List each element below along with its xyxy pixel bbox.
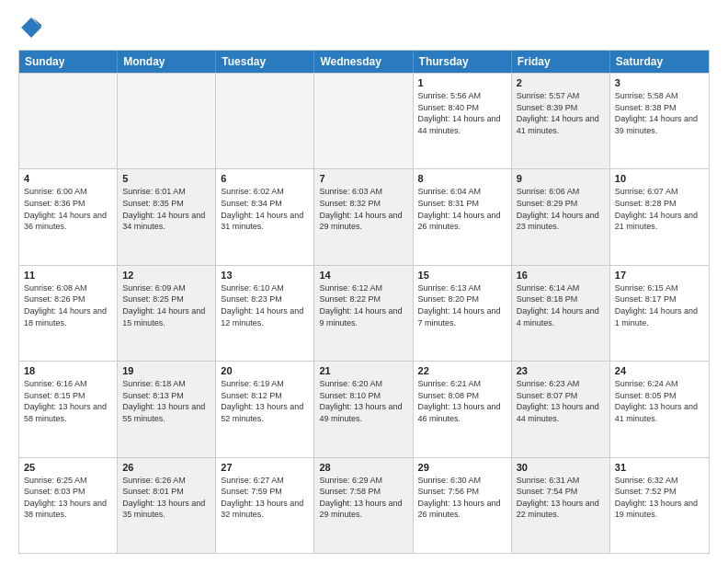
day-info: Sunrise: 6:18 AM Sunset: 8:13 PM Dayligh…	[122, 378, 210, 424]
day-info: Sunrise: 6:01 AM Sunset: 8:35 PM Dayligh…	[122, 186, 210, 232]
calendar-row-1: 4Sunrise: 6:00 AM Sunset: 8:36 PM Daylig…	[19, 168, 709, 264]
calendar-cell: 7Sunrise: 6:03 AM Sunset: 8:32 PM Daylig…	[314, 169, 413, 264]
calendar-cell: 12Sunrise: 6:09 AM Sunset: 8:25 PM Dayli…	[118, 266, 216, 361]
day-info: Sunrise: 6:04 AM Sunset: 8:31 PM Dayligh…	[418, 186, 506, 232]
day-info: Sunrise: 6:03 AM Sunset: 8:32 PM Dayligh…	[319, 186, 407, 232]
day-number: 4	[24, 173, 112, 184]
day-number: 8	[418, 173, 506, 184]
day-number: 21	[319, 365, 407, 376]
calendar-cell: 26Sunrise: 6:26 AM Sunset: 8:01 PM Dayli…	[118, 458, 216, 553]
day-info: Sunrise: 6:10 AM Sunset: 8:23 PM Dayligh…	[221, 282, 309, 328]
calendar-cell: 14Sunrise: 6:12 AM Sunset: 8:22 PM Dayli…	[314, 266, 413, 361]
header	[18, 15, 710, 40]
calendar-cell: 20Sunrise: 6:19 AM Sunset: 8:12 PM Dayli…	[216, 362, 314, 456]
calendar-cell: 4Sunrise: 6:00 AM Sunset: 8:36 PM Daylig…	[19, 169, 118, 264]
day-number: 19	[122, 365, 210, 376]
calendar-cell: 29Sunrise: 6:30 AM Sunset: 7:56 PM Dayli…	[414, 458, 512, 553]
calendar-cell: 5Sunrise: 6:01 AM Sunset: 8:35 PM Daylig…	[118, 169, 216, 264]
header-day-friday: Friday	[512, 51, 610, 73]
day-info: Sunrise: 6:27 AM Sunset: 7:59 PM Dayligh…	[221, 475, 309, 521]
calendar-header: SundayMondayTuesdayWednesdayThursdayFrid…	[19, 51, 709, 73]
day-info: Sunrise: 6:30 AM Sunset: 7:56 PM Dayligh…	[418, 475, 506, 521]
day-info: Sunrise: 6:20 AM Sunset: 8:10 PM Dayligh…	[319, 378, 407, 424]
day-info: Sunrise: 6:24 AM Sunset: 8:05 PM Dayligh…	[615, 378, 704, 424]
calendar-cell: 30Sunrise: 6:31 AM Sunset: 7:54 PM Dayli…	[512, 458, 610, 553]
svg-marker-0	[21, 17, 41, 38]
calendar-row-2: 11Sunrise: 6:08 AM Sunset: 8:26 PM Dayli…	[19, 265, 709, 361]
day-info: Sunrise: 6:26 AM Sunset: 8:01 PM Dayligh…	[122, 475, 210, 521]
day-info: Sunrise: 6:06 AM Sunset: 8:29 PM Dayligh…	[517, 186, 605, 232]
day-info: Sunrise: 6:31 AM Sunset: 7:54 PM Dayligh…	[517, 475, 605, 521]
day-number: 25	[24, 462, 112, 473]
day-info: Sunrise: 6:32 AM Sunset: 7:52 PM Dayligh…	[615, 475, 704, 521]
calendar-cell: 22Sunrise: 6:21 AM Sunset: 8:08 PM Dayli…	[414, 362, 512, 456]
calendar-cell: 9Sunrise: 6:06 AM Sunset: 8:29 PM Daylig…	[512, 169, 610, 264]
day-number: 12	[122, 270, 210, 281]
day-number: 28	[319, 462, 407, 473]
calendar-cell	[216, 74, 314, 168]
day-number: 9	[517, 173, 605, 184]
day-number: 22	[418, 365, 506, 376]
day-info: Sunrise: 6:15 AM Sunset: 8:17 PM Dayligh…	[615, 282, 704, 328]
day-number: 16	[517, 270, 605, 281]
day-number: 18	[24, 365, 112, 376]
day-number: 30	[517, 462, 605, 473]
calendar-row-3: 18Sunrise: 6:16 AM Sunset: 8:15 PM Dayli…	[19, 361, 709, 456]
calendar-cell: 27Sunrise: 6:27 AM Sunset: 7:59 PM Dayli…	[216, 458, 314, 553]
calendar-cell: 19Sunrise: 6:18 AM Sunset: 8:13 PM Dayli…	[118, 362, 216, 456]
header-day-thursday: Thursday	[414, 51, 512, 73]
calendar: SundayMondayTuesdayWednesdayThursdayFrid…	[18, 50, 710, 554]
day-number: 26	[122, 462, 210, 473]
calendar-cell: 16Sunrise: 6:14 AM Sunset: 8:18 PM Dayli…	[512, 266, 610, 361]
calendar-cell: 10Sunrise: 6:07 AM Sunset: 8:28 PM Dayli…	[610, 169, 709, 264]
calendar-cell: 23Sunrise: 6:23 AM Sunset: 8:07 PM Dayli…	[512, 362, 610, 456]
calendar-cell: 6Sunrise: 6:02 AM Sunset: 8:34 PM Daylig…	[216, 169, 314, 264]
header-day-saturday: Saturday	[610, 51, 709, 73]
calendar-cell: 2Sunrise: 5:57 AM Sunset: 8:39 PM Daylig…	[512, 74, 610, 168]
day-info: Sunrise: 6:12 AM Sunset: 8:22 PM Dayligh…	[319, 282, 407, 328]
day-info: Sunrise: 6:02 AM Sunset: 8:34 PM Dayligh…	[221, 186, 309, 232]
logo-icon	[18, 15, 44, 40]
day-number: 2	[517, 77, 605, 88]
day-number: 17	[615, 270, 704, 281]
day-number: 23	[517, 365, 605, 376]
day-number: 13	[221, 270, 309, 281]
day-number: 24	[615, 365, 704, 376]
calendar-cell: 25Sunrise: 6:25 AM Sunset: 8:03 PM Dayli…	[19, 458, 118, 553]
day-info: Sunrise: 6:19 AM Sunset: 8:12 PM Dayligh…	[221, 378, 309, 424]
day-number: 20	[221, 365, 309, 376]
day-number: 31	[615, 462, 704, 473]
calendar-cell: 24Sunrise: 6:24 AM Sunset: 8:05 PM Dayli…	[610, 362, 709, 456]
day-info: Sunrise: 6:23 AM Sunset: 8:07 PM Dayligh…	[517, 378, 605, 424]
day-number: 14	[319, 270, 407, 281]
day-info: Sunrise: 5:58 AM Sunset: 8:38 PM Dayligh…	[615, 90, 704, 136]
calendar-row-4: 25Sunrise: 6:25 AM Sunset: 8:03 PM Dayli…	[19, 457, 709, 553]
calendar-cell: 1Sunrise: 5:56 AM Sunset: 8:40 PM Daylig…	[414, 74, 512, 168]
day-number: 27	[221, 462, 309, 473]
calendar-cell: 3Sunrise: 5:58 AM Sunset: 8:38 PM Daylig…	[610, 74, 709, 168]
calendar-cell	[118, 74, 216, 168]
day-info: Sunrise: 5:57 AM Sunset: 8:39 PM Dayligh…	[517, 90, 605, 136]
day-number: 11	[24, 270, 112, 281]
calendar-cell: 13Sunrise: 6:10 AM Sunset: 8:23 PM Dayli…	[216, 266, 314, 361]
day-info: Sunrise: 6:13 AM Sunset: 8:20 PM Dayligh…	[418, 282, 506, 328]
day-info: Sunrise: 6:29 AM Sunset: 7:58 PM Dayligh…	[319, 475, 407, 521]
calendar-cell: 21Sunrise: 6:20 AM Sunset: 8:10 PM Dayli…	[314, 362, 413, 456]
day-number: 29	[418, 462, 506, 473]
calendar-cell: 28Sunrise: 6:29 AM Sunset: 7:58 PM Dayli…	[314, 458, 413, 553]
day-info: Sunrise: 6:08 AM Sunset: 8:26 PM Dayligh…	[24, 282, 112, 328]
header-day-wednesday: Wednesday	[314, 51, 413, 73]
day-info: Sunrise: 5:56 AM Sunset: 8:40 PM Dayligh…	[418, 90, 506, 136]
day-info: Sunrise: 6:16 AM Sunset: 8:15 PM Dayligh…	[24, 378, 112, 424]
calendar-cell	[314, 74, 413, 168]
page: SundayMondayTuesdayWednesdayThursdayFrid…	[0, 0, 728, 563]
day-number: 6	[221, 173, 309, 184]
calendar-cell: 8Sunrise: 6:04 AM Sunset: 8:31 PM Daylig…	[414, 169, 512, 264]
calendar-row-0: 1Sunrise: 5:56 AM Sunset: 8:40 PM Daylig…	[19, 73, 709, 168]
calendar-cell	[19, 74, 118, 168]
header-day-monday: Monday	[118, 51, 216, 73]
day-info: Sunrise: 6:21 AM Sunset: 8:08 PM Dayligh…	[418, 378, 506, 424]
day-number: 7	[319, 173, 407, 184]
day-number: 10	[615, 173, 704, 184]
calendar-cell: 31Sunrise: 6:32 AM Sunset: 7:52 PM Dayli…	[610, 458, 709, 553]
